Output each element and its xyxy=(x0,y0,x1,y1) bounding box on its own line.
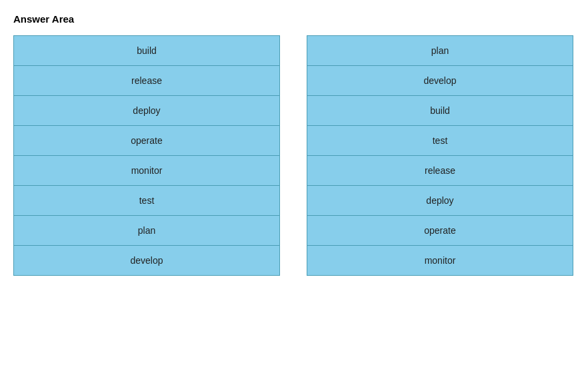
left-item-4[interactable]: monitor xyxy=(13,156,280,186)
left-item-5[interactable]: test xyxy=(13,186,280,216)
right-item-3[interactable]: test xyxy=(307,126,573,156)
left-item-3[interactable]: operate xyxy=(13,126,280,156)
left-item-0[interactable]: build xyxy=(13,35,280,66)
section-title: Answer Area xyxy=(13,13,575,25)
right-item-6[interactable]: operate xyxy=(307,216,573,246)
right-item-2[interactable]: build xyxy=(307,96,573,126)
right-item-7[interactable]: monitor xyxy=(307,246,573,276)
right-item-1[interactable]: develop xyxy=(307,66,573,96)
right-item-4[interactable]: release xyxy=(307,156,573,186)
left-item-7[interactable]: develop xyxy=(13,246,280,276)
right-column: plandevelopbuildtestreleasedeployoperate… xyxy=(307,35,573,276)
left-column: buildreleasedeployoperatemonitortestplan… xyxy=(13,35,280,276)
right-item-0[interactable]: plan xyxy=(307,35,573,66)
left-item-1[interactable]: release xyxy=(13,66,280,96)
right-item-5[interactable]: deploy xyxy=(307,186,573,216)
left-item-2[interactable]: deploy xyxy=(13,96,280,126)
answer-area-section: Answer Area buildreleasedeployoperatemon… xyxy=(13,13,575,276)
columns-container: buildreleasedeployoperatemonitortestplan… xyxy=(13,35,575,276)
left-item-6[interactable]: plan xyxy=(13,216,280,246)
